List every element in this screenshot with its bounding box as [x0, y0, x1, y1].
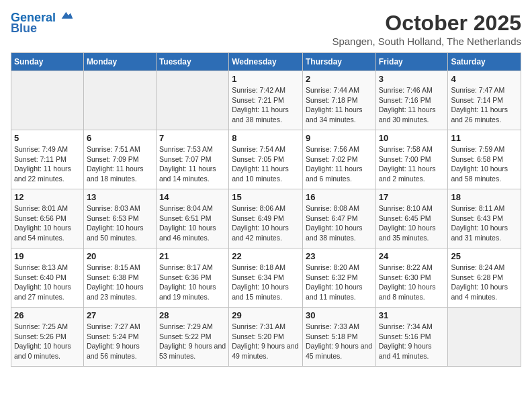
weekday-header-saturday: Saturday: [448, 53, 521, 71]
day-cell: 28Sunrise: 7:29 AM Sunset: 5:22 PM Dayli…: [156, 308, 228, 367]
day-info: Sunrise: 7:51 AM Sunset: 7:09 PM Dayligh…: [87, 144, 153, 184]
day-number: 27: [87, 310, 153, 320]
day-info: Sunrise: 7:27 AM Sunset: 5:24 PM Dayligh…: [87, 322, 153, 361]
day-number: 6: [87, 133, 153, 143]
day-cell: 7Sunrise: 7:53 AM Sunset: 7:07 PM Daylig…: [156, 130, 228, 189]
day-info: Sunrise: 7:29 AM Sunset: 5:22 PM Dayligh…: [159, 322, 226, 361]
day-number: 31: [379, 310, 445, 320]
day-cell: 9Sunrise: 7:56 AM Sunset: 7:02 PM Daylig…: [302, 130, 375, 189]
weekday-header-sunday: Sunday: [11, 53, 84, 71]
location: Spangen, South Holland, The Netherlands: [332, 36, 521, 47]
day-cell: 26Sunrise: 7:25 AM Sunset: 5:26 PM Dayli…: [11, 308, 84, 367]
day-cell: 21Sunrise: 8:17 AM Sunset: 6:36 PM Dayli…: [156, 248, 228, 308]
day-cell: 19Sunrise: 8:13 AM Sunset: 6:40 PM Dayli…: [11, 248, 84, 308]
day-number: 21: [159, 251, 226, 261]
calendar-table: SundayMondayTuesdayWednesdayThursdayFrid…: [11, 52, 521, 367]
day-number: 4: [451, 74, 518, 84]
weekday-header-wednesday: Wednesday: [229, 53, 303, 71]
day-cell: [11, 71, 84, 130]
day-number: 17: [379, 192, 445, 202]
day-number: 5: [14, 133, 81, 143]
logo-icon: [60, 8, 74, 21]
day-cell: 31Sunrise: 7:34 AM Sunset: 5:16 PM Dayli…: [375, 308, 448, 367]
day-number: 1: [232, 74, 300, 84]
day-info: Sunrise: 8:06 AM Sunset: 6:49 PM Dayligh…: [232, 203, 300, 243]
day-info: Sunrise: 8:20 AM Sunset: 6:32 PM Dayligh…: [306, 263, 373, 302]
day-number: 28: [159, 310, 226, 320]
day-info: Sunrise: 7:33 AM Sunset: 5:18 PM Dayligh…: [306, 322, 373, 361]
day-info: Sunrise: 7:49 AM Sunset: 7:11 PM Dayligh…: [14, 144, 81, 184]
day-info: Sunrise: 7:56 AM Sunset: 7:02 PM Dayligh…: [306, 144, 373, 184]
day-number: 23: [306, 251, 373, 261]
day-info: Sunrise: 8:15 AM Sunset: 6:38 PM Dayligh…: [87, 263, 153, 302]
day-number: 25: [451, 251, 518, 261]
day-number: 7: [159, 133, 226, 143]
page-header: General Blue October 2025 Spangen, South…: [11, 11, 521, 47]
day-number: 12: [14, 192, 81, 202]
day-number: 15: [232, 192, 300, 202]
week-row-4: 19Sunrise: 8:13 AM Sunset: 6:40 PM Dayli…: [11, 248, 521, 308]
day-info: Sunrise: 7:53 AM Sunset: 7:07 PM Dayligh…: [159, 144, 226, 184]
day-number: 30: [306, 310, 373, 320]
weekday-header-tuesday: Tuesday: [156, 53, 228, 71]
day-cell: 25Sunrise: 8:24 AM Sunset: 6:28 PM Dayli…: [448, 248, 521, 308]
day-cell: 2Sunrise: 7:44 AM Sunset: 7:18 PM Daylig…: [302, 71, 375, 130]
week-row-5: 26Sunrise: 7:25 AM Sunset: 5:26 PM Dayli…: [11, 308, 521, 367]
day-info: Sunrise: 7:42 AM Sunset: 7:21 PM Dayligh…: [232, 85, 300, 125]
day-cell: 5Sunrise: 7:49 AM Sunset: 7:11 PM Daylig…: [11, 130, 84, 189]
day-cell: 24Sunrise: 8:22 AM Sunset: 6:30 PM Dayli…: [375, 248, 448, 308]
day-number: 24: [379, 251, 445, 261]
day-cell: [448, 308, 521, 367]
day-number: 29: [232, 310, 300, 320]
day-number: 8: [232, 133, 300, 143]
day-info: Sunrise: 8:13 AM Sunset: 6:40 PM Dayligh…: [14, 263, 81, 302]
day-info: Sunrise: 7:44 AM Sunset: 7:18 PM Dayligh…: [306, 85, 373, 125]
month-title: October 2025: [332, 11, 521, 36]
day-cell: [83, 71, 156, 130]
day-number: 18: [451, 192, 518, 202]
day-info: Sunrise: 7:34 AM Sunset: 5:16 PM Dayligh…: [379, 322, 445, 361]
day-cell: 22Sunrise: 8:18 AM Sunset: 6:34 PM Dayli…: [229, 248, 303, 308]
day-cell: 10Sunrise: 7:58 AM Sunset: 7:00 PM Dayli…: [375, 130, 448, 189]
day-number: 22: [232, 251, 300, 261]
day-cell: 14Sunrise: 8:04 AM Sunset: 6:51 PM Dayli…: [156, 189, 228, 248]
day-cell: 3Sunrise: 7:46 AM Sunset: 7:16 PM Daylig…: [375, 71, 448, 130]
day-number: 16: [306, 192, 373, 202]
day-info: Sunrise: 8:08 AM Sunset: 6:47 PM Dayligh…: [306, 203, 373, 243]
week-row-2: 5Sunrise: 7:49 AM Sunset: 7:11 PM Daylig…: [11, 130, 521, 189]
title-block: October 2025 Spangen, South Holland, The…: [332, 11, 521, 47]
day-info: Sunrise: 8:18 AM Sunset: 6:34 PM Dayligh…: [232, 263, 300, 302]
day-cell: 6Sunrise: 7:51 AM Sunset: 7:09 PM Daylig…: [83, 130, 156, 189]
day-cell: 4Sunrise: 7:47 AM Sunset: 7:14 PM Daylig…: [448, 71, 521, 130]
day-cell: 30Sunrise: 7:33 AM Sunset: 5:18 PM Dayli…: [302, 308, 375, 367]
day-info: Sunrise: 7:47 AM Sunset: 7:14 PM Dayligh…: [451, 85, 518, 125]
day-cell: 13Sunrise: 8:03 AM Sunset: 6:53 PM Dayli…: [83, 189, 156, 248]
week-row-3: 12Sunrise: 8:01 AM Sunset: 6:56 PM Dayli…: [11, 189, 521, 248]
day-info: Sunrise: 7:46 AM Sunset: 7:16 PM Dayligh…: [379, 85, 445, 125]
day-info: Sunrise: 7:54 AM Sunset: 7:05 PM Dayligh…: [232, 144, 300, 184]
day-info: Sunrise: 8:01 AM Sunset: 6:56 PM Dayligh…: [14, 203, 81, 243]
day-cell: 16Sunrise: 8:08 AM Sunset: 6:47 PM Dayli…: [302, 189, 375, 248]
day-cell: 27Sunrise: 7:27 AM Sunset: 5:24 PM Dayli…: [83, 308, 156, 367]
day-info: Sunrise: 8:24 AM Sunset: 6:28 PM Dayligh…: [451, 263, 518, 302]
day-info: Sunrise: 8:04 AM Sunset: 6:51 PM Dayligh…: [159, 203, 226, 243]
day-number: 19: [14, 251, 81, 261]
day-info: Sunrise: 8:11 AM Sunset: 6:43 PM Dayligh…: [451, 203, 518, 243]
day-number: 2: [306, 74, 373, 84]
day-cell: 11Sunrise: 7:59 AM Sunset: 6:58 PM Dayli…: [448, 130, 521, 189]
day-cell: 8Sunrise: 7:54 AM Sunset: 7:05 PM Daylig…: [229, 130, 303, 189]
day-number: 14: [159, 192, 226, 202]
week-row-1: 1Sunrise: 7:42 AM Sunset: 7:21 PM Daylig…: [11, 71, 521, 130]
day-cell: [156, 71, 228, 130]
day-info: Sunrise: 8:22 AM Sunset: 6:30 PM Dayligh…: [379, 263, 445, 302]
day-cell: 20Sunrise: 8:15 AM Sunset: 6:38 PM Dayli…: [83, 248, 156, 308]
day-cell: 15Sunrise: 8:06 AM Sunset: 6:49 PM Dayli…: [229, 189, 303, 248]
day-info: Sunrise: 8:17 AM Sunset: 6:36 PM Dayligh…: [159, 263, 226, 302]
day-number: 13: [87, 192, 153, 202]
day-info: Sunrise: 7:58 AM Sunset: 7:00 PM Dayligh…: [379, 144, 445, 184]
weekday-header-monday: Monday: [83, 53, 156, 71]
day-cell: 12Sunrise: 8:01 AM Sunset: 6:56 PM Dayli…: [11, 189, 84, 248]
day-number: 3: [379, 74, 445, 84]
weekday-header-row: SundayMondayTuesdayWednesdayThursdayFrid…: [11, 53, 521, 71]
day-cell: 1Sunrise: 7:42 AM Sunset: 7:21 PM Daylig…: [229, 71, 303, 130]
